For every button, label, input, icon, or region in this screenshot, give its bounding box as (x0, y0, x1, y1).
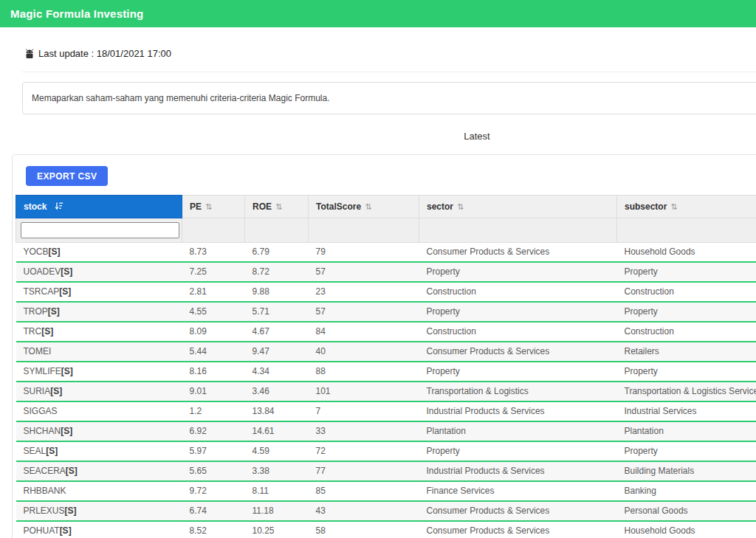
pe-cell: 8.52 (182, 521, 245, 538)
totalscore-cell: 77 (309, 461, 419, 481)
sector-cell: Finance Services (419, 481, 617, 501)
roe-cell: 3.38 (245, 461, 309, 481)
pe-cell: 5.44 (182, 342, 245, 362)
stock-filter-input[interactable] (21, 222, 179, 238)
totalscore-cell: 57 (309, 302, 419, 322)
subsector-cell: Building Materials (617, 461, 756, 481)
subsector-cell: Household Goods (617, 521, 756, 538)
sector-cell: Property (419, 262, 617, 282)
totalscore-cell: 7 (309, 401, 419, 421)
table-row: SEACERA[S]5.653.3877Industrial Products … (16, 461, 756, 481)
stock-cell: SIGGAS (16, 401, 182, 421)
stock-cell: PRLEXUS[S] (16, 501, 182, 521)
roe-cell: 8.11 (245, 481, 309, 501)
table-row: RHBBANK9.728.1185Finance ServicesBanking (16, 481, 756, 501)
sector-cell: Plantation (419, 421, 617, 441)
column-header-sector[interactable]: sector⇅ (419, 196, 617, 218)
filter-row (16, 218, 756, 243)
table-row: UOADEV[S]7.258.7257PropertyProperty (16, 262, 756, 282)
stock-cell: TROP[S] (16, 302, 182, 322)
sector-cell: Property (419, 441, 617, 461)
sort-icon: ⇅ (205, 202, 212, 211)
totalscore-cell: 57 (309, 262, 419, 282)
sort-icon: ⇅ (457, 202, 464, 211)
app-header: Magic Formula Investing (0, 0, 756, 27)
filter-cell (182, 218, 245, 243)
stock-cell: RHBBANK (16, 481, 182, 501)
subsector-cell: Industrial Services (617, 401, 756, 421)
subsector-cell: Plantation (617, 421, 756, 441)
sector-cell: Property (419, 302, 617, 322)
last-update-text: Last update : 18/01/2021 17:00 (38, 48, 171, 59)
column-header-roe[interactable]: ROE⇅ (245, 196, 309, 218)
column-header-stock[interactable]: stock (16, 196, 182, 218)
sector-cell: Industrial Products & Services (419, 401, 617, 421)
filter-cell (245, 218, 309, 243)
stock-cell: TOMEI (16, 342, 182, 362)
table-row: SEAL[S]5.974.5972PropertyProperty (16, 441, 756, 461)
stock-cell: SEACERA[S] (16, 461, 182, 481)
filter-cell (617, 218, 756, 243)
roe-cell: 14.61 (245, 421, 309, 441)
totalscore-cell: 84 (309, 322, 419, 342)
subsector-cell: Household Goods (617, 243, 756, 263)
sort-amount-icon (55, 201, 63, 210)
export-csv-button[interactable]: EXPORT CSV (26, 166, 108, 186)
totalscore-cell: 88 (309, 362, 419, 382)
table-row: SIGGAS1.213.847Industrial Products & Ser… (16, 401, 756, 421)
column-header-pe[interactable]: PE⇅ (182, 196, 245, 218)
android-icon (24, 49, 35, 59)
totalscore-cell: 23 (309, 282, 419, 302)
stock-cell: SYMLIFE[S] (16, 362, 182, 382)
table-row: TROP[S]4.555.7157PropertyProperty (16, 302, 756, 322)
pe-cell: 5.97 (182, 441, 245, 461)
table-row: SHCHAN[S]6.9214.6133PlantationPlantation (16, 421, 756, 441)
roe-cell: 8.72 (245, 262, 309, 282)
stock-filter-cell (16, 218, 182, 243)
table-body: YOCB[S]8.736.7979Consumer Products & Ser… (16, 243, 756, 538)
pe-cell: 8.09 (182, 322, 245, 342)
column-header-subsector[interactable]: subsector⇅ (617, 196, 756, 218)
column-label-pe: PE (190, 201, 202, 212)
roe-cell: 5.71 (245, 302, 309, 322)
sector-cell: Consumer Products & Services (419, 243, 617, 263)
pe-cell: 4.55 (182, 302, 245, 322)
roe-cell: 3.46 (245, 382, 309, 401)
pe-cell: 6.74 (182, 501, 245, 521)
roe-cell: 13.84 (245, 401, 309, 421)
stock-cell: SEAL[S] (16, 441, 182, 461)
table-row: SURIA[S]9.013.46101Transportation & Logi… (16, 382, 756, 401)
sector-cell: Industrial Products & Services (419, 461, 617, 481)
sector-cell: Construction (419, 282, 617, 302)
sector-cell: Consumer Products & Services (419, 501, 617, 521)
stock-cell: TRC[S] (16, 322, 182, 342)
column-header-totalscore[interactable]: TotalScore⇅ (309, 196, 419, 218)
roe-cell: 4.59 (245, 441, 309, 461)
totalscore-cell: 79 (309, 243, 419, 263)
page-title: Magic Formula Investing (10, 7, 143, 20)
tab-latest[interactable]: Latest (456, 128, 497, 145)
totalscore-cell: 85 (309, 481, 419, 501)
pe-cell: 5.65 (182, 461, 245, 481)
subsector-cell: Construction (617, 322, 756, 342)
column-label-subsector: subsector (625, 201, 667, 212)
sector-cell: Consumer Products & Services (419, 342, 617, 362)
totalscore-cell: 40 (309, 342, 419, 362)
roe-cell: 4.67 (245, 322, 309, 342)
pe-cell: 9.01 (182, 382, 245, 401)
subsector-cell: Banking (617, 481, 756, 501)
totalscore-cell: 33 (309, 421, 419, 441)
totalscore-cell: 101 (309, 382, 419, 401)
table-row: TSRCAP[S]2.819.8823ConstructionConstruct… (16, 282, 756, 302)
roe-cell: 6.79 (245, 243, 309, 263)
subsector-cell: Construction (617, 282, 756, 302)
table-row: POHUAT[S]8.5210.2558Consumer Products & … (16, 521, 756, 538)
table-panel: EXPORT CSV stock PE⇅ (12, 154, 756, 538)
stock-cell: UOADEV[S] (16, 262, 182, 282)
tab-bar: Latest (12, 128, 756, 145)
subsector-cell: Transportation & Logistics Services (617, 382, 756, 401)
stock-cell: SURIA[S] (16, 382, 182, 401)
stock-cell: YOCB[S] (16, 243, 182, 263)
roe-cell: 10.25 (245, 521, 309, 538)
subsector-cell: Property (617, 302, 756, 322)
